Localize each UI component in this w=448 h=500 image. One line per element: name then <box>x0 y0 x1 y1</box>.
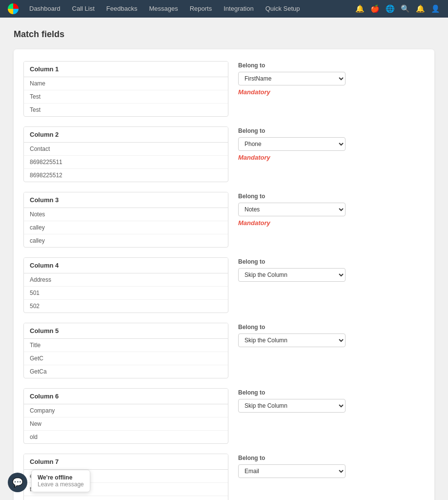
belong-to-5: Belong toFirstNameLastNamePhoneEmailNote… <box>238 323 425 347</box>
belong-to-select-7[interactable]: FirstNameLastNamePhoneEmailNotesAddressC… <box>238 464 346 478</box>
col-row-3-3: calley <box>24 234 228 247</box>
match-row-5: Column 5TitleGetCGetCaBelong toFirstName… <box>23 323 425 378</box>
col-row-1-2: Test <box>24 90 228 104</box>
navbar-right-icons: 🔔 🍎 🌐 🔍 🔔 👤 <box>355 4 440 13</box>
col-row-7-3: newemail@cstech.in <box>24 496 228 500</box>
belong-to-3: Belong toFirstNameLastNamePhoneEmailNote… <box>238 192 425 227</box>
mandatory-badge-2: Mandatory <box>238 154 425 161</box>
chat-status: We're offline <box>38 474 84 481</box>
search-icon[interactable]: 🔍 <box>401 4 410 13</box>
col-box-2: Column 2Contact86982255118698225512 <box>23 126 228 182</box>
col-header-6: Column 6 <box>24 389 228 404</box>
belong-to-7: Belong toFirstNameLastNamePhoneEmailNote… <box>238 454 425 478</box>
belong-to-select-1[interactable]: FirstNameLastNamePhoneEmailNotesAddressC… <box>238 72 346 85</box>
nav-messages[interactable]: Messages <box>144 0 183 18</box>
col-box-6: Column 6CompanyNewold <box>23 388 228 444</box>
belong-to-label-4: Belong to <box>238 258 425 265</box>
belong-to-label-3: Belong to <box>238 193 425 200</box>
belong-to-1: Belong toFirstNameLastNamePhoneEmailNote… <box>238 61 425 96</box>
nav-reports[interactable]: Reports <box>185 0 217 18</box>
col-box-3: Column 3Notescalleycalley <box>23 192 228 248</box>
belong-to-label-2: Belong to <box>238 127 425 134</box>
nav-call-list[interactable]: Call List <box>67 0 100 18</box>
belong-to-select-3[interactable]: FirstNameLastNamePhoneEmailNotesAddressC… <box>238 203 346 216</box>
col-row-6-2: New <box>24 417 228 431</box>
col-row-5-2: GetC <box>24 352 228 365</box>
col-row-2-3: 8698225512 <box>24 169 228 182</box>
nav-quick-setup[interactable]: Quick Setup <box>261 0 305 18</box>
match-row-2: Column 2Contact86982255118698225512Belon… <box>23 126 425 182</box>
col-row-3-1: Notes <box>24 208 228 221</box>
col-row-2-1: Contact <box>24 143 228 156</box>
mandatory-badge-1: Mandatory <box>238 88 425 96</box>
col-box-5: Column 5TitleGetCGetCa <box>23 323 228 378</box>
nav-dashboard[interactable]: Dashboard <box>24 0 65 18</box>
chat-sub: Leave a message <box>38 481 84 488</box>
belong-to-4: Belong toFirstNameLastNamePhoneEmailNote… <box>238 257 425 282</box>
belong-to-label-7: Belong to <box>238 455 425 461</box>
nav-feedbacks[interactable]: Feedbacks <box>102 0 143 18</box>
belong-to-6: Belong toFirstNameLastNamePhoneEmailNote… <box>238 388 425 413</box>
page-content: Match fields Column 1NameTestTestBelong … <box>0 18 448 500</box>
col-header-4: Column 4 <box>24 258 228 273</box>
match-row-1: Column 1NameTestTestBelong toFirstNameLa… <box>23 61 425 117</box>
nav-integration[interactable]: Integration <box>219 0 258 18</box>
belong-to-label-1: Belong to <box>238 62 425 69</box>
col-row-6-3: old <box>24 431 228 443</box>
navbar: Dashboard Call List Feedbacks Messages R… <box>0 0 448 18</box>
chat-bubble-button[interactable]: 💬 <box>8 473 27 492</box>
match-row-6: Column 6CompanyNewoldBelong toFirstNameL… <box>23 388 425 444</box>
match-row-3: Column 3NotescalleycalleyBelong toFirstN… <box>23 192 425 248</box>
col-row-5-1: Title <box>24 339 228 352</box>
col-row-5-3: GetCa <box>24 365 228 378</box>
col-header-7: Column 7 <box>24 454 228 470</box>
notification-icon[interactable]: 🔔 <box>416 4 425 13</box>
col-header-2: Column 2 <box>24 127 228 143</box>
mandatory-badge-3: Mandatory <box>238 219 425 227</box>
chat-widget: 💬 We're offline Leave a message <box>8 470 90 492</box>
col-box-1: Column 1NameTestTest <box>23 61 228 117</box>
col-row-4-2: 501 <box>24 287 228 300</box>
col-row-4-1: Address <box>24 273 228 287</box>
col-header-1: Column 1 <box>24 62 228 77</box>
col-row-1-3: Test <box>24 104 228 116</box>
bell-icon[interactable]: 🔔 <box>355 4 365 13</box>
logo-icon <box>8 3 19 14</box>
col-header-3: Column 3 <box>24 192 228 208</box>
belong-to-label-6: Belong to <box>238 389 425 396</box>
page-title: Match fields <box>14 29 434 40</box>
belong-to-2: Belong toFirstNameLastNamePhoneEmailNote… <box>238 126 425 161</box>
belong-to-select-4[interactable]: FirstNameLastNamePhoneEmailNotesAddressC… <box>238 268 346 282</box>
belong-to-label-5: Belong to <box>238 324 425 331</box>
col-box-4: Column 4Address501502 <box>23 257 228 313</box>
belong-to-select-5[interactable]: FirstNameLastNamePhoneEmailNotesAddressC… <box>238 333 346 347</box>
col-row-1-1: Name <box>24 77 228 90</box>
chat-popup: We're offline Leave a message <box>31 470 90 492</box>
col-row-2-2: 8698225511 <box>24 156 228 169</box>
match-fields-card: Column 1NameTestTestBelong toFirstNameLa… <box>14 49 434 500</box>
col-row-3-2: calley <box>24 221 228 234</box>
globe-icon[interactable]: 🌐 <box>386 4 395 13</box>
apple-icon[interactable]: 🍎 <box>370 4 380 13</box>
col-header-5: Column 5 <box>24 323 228 339</box>
belong-to-select-2[interactable]: FirstNameLastNamePhoneEmailNotesAddressC… <box>238 137 346 151</box>
col-row-4-3: 502 <box>24 300 228 312</box>
belong-to-select-6[interactable]: FirstNameLastNamePhoneEmailNotesAddressC… <box>238 399 346 413</box>
match-row-4: Column 4Address501502Belong toFirstNameL… <box>23 257 425 313</box>
user-icon[interactable]: 👤 <box>431 4 440 13</box>
col-row-6-1: Company <box>24 404 228 417</box>
